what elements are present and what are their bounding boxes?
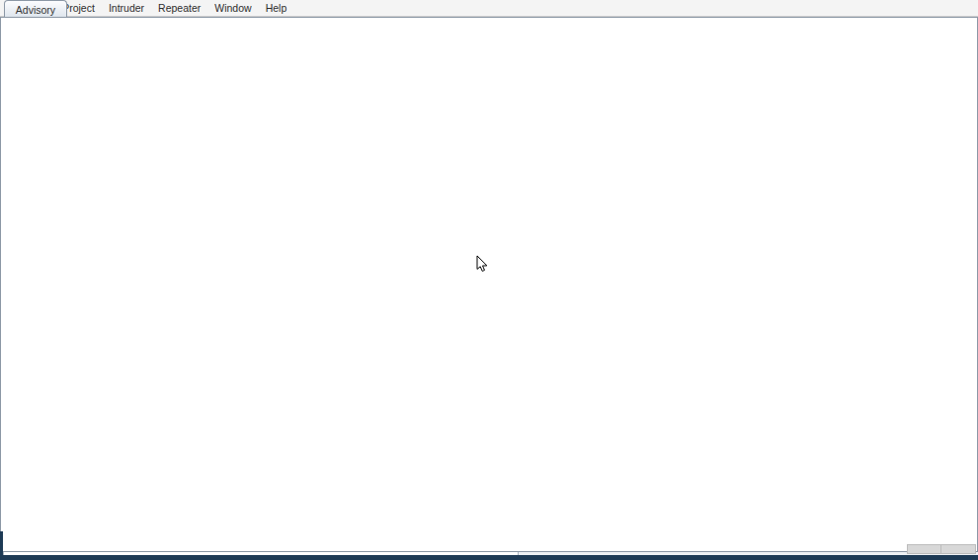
window-edge — [0, 531, 3, 555]
advisory-tab[interactable]: Advisory — [4, 0, 67, 18]
menu-bar: BurpProjectIntruderRepeaterWindowHelp — [0, 0, 978, 17]
menu-item[interactable]: Intruder — [102, 2, 151, 14]
menu-item[interactable]: Help — [259, 2, 294, 14]
advisory-content — [0, 17, 978, 552]
burp-suite-window: BurpProjectIntruderRepeaterWindowHelp Ve… — [0, 0, 978, 560]
taskbar-edge — [0, 555, 978, 560]
advisory-panel: Advisory — [0, 0, 452, 242]
statusbar-box — [940, 544, 976, 554]
menu-item[interactable]: Window — [207, 2, 258, 14]
statusbar-box — [907, 544, 942, 554]
menu-item[interactable]: Repeater — [151, 2, 207, 14]
